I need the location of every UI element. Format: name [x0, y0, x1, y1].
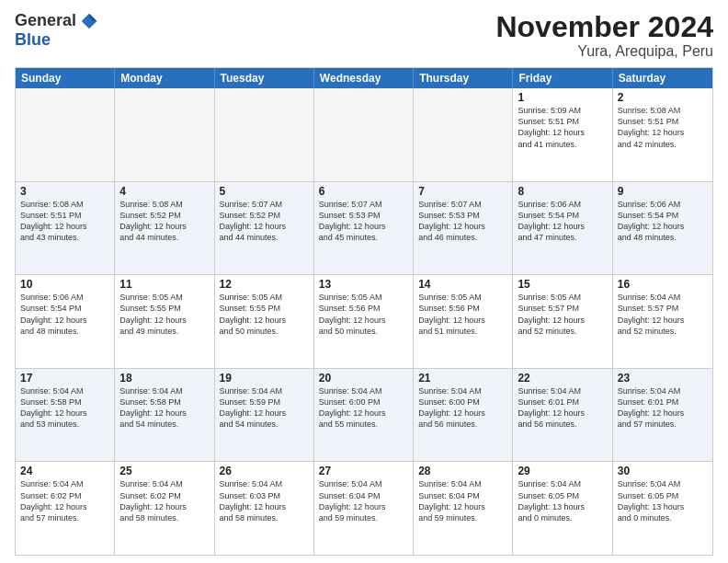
- day-number: 19: [220, 372, 309, 385]
- day-number: 14: [418, 278, 507, 291]
- day-number: 20: [319, 372, 408, 385]
- calendar-header: SundayMondayTuesdayWednesdayThursdayFrid…: [16, 68, 712, 88]
- day-cell-21: 21Sunrise: 5:04 AMSunset: 6:00 PMDayligh…: [414, 369, 513, 462]
- logo-area: General Blue: [15, 11, 98, 50]
- day-number: 12: [220, 278, 309, 291]
- calendar-row-1: 3Sunrise: 5:08 AMSunset: 5:51 PMDaylight…: [16, 182, 712, 276]
- calendar-body: 1Sunrise: 5:09 AMSunset: 5:51 PMDaylight…: [16, 88, 712, 555]
- day-cell-11: 11Sunrise: 5:05 AMSunset: 5:55 PMDayligh…: [115, 275, 214, 368]
- day-cell-12: 12Sunrise: 5:05 AMSunset: 5:55 PMDayligh…: [215, 275, 314, 368]
- day-number: 29: [518, 465, 607, 477]
- cell-info: Sunrise: 5:04 AMSunset: 5:58 PMDaylight:…: [119, 385, 209, 431]
- day-cell-8: 8Sunrise: 5:06 AMSunset: 5:54 PMDaylight…: [513, 182, 612, 275]
- cell-info: Sunrise: 5:04 AMSunset: 6:00 PMDaylight:…: [418, 385, 507, 431]
- logo-text: General: [15, 11, 98, 30]
- cell-info: Sunrise: 5:07 AMSunset: 5:53 PMDaylight:…: [418, 199, 507, 244]
- cell-info: Sunrise: 5:04 AMSunset: 6:02 PMDaylight:…: [20, 478, 109, 523]
- day-number: 5: [220, 185, 309, 198]
- cell-info: Sunrise: 5:06 AMSunset: 5:54 PMDaylight:…: [618, 199, 708, 244]
- cell-info: Sunrise: 5:04 AMSunset: 5:58 PMDaylight:…: [20, 385, 109, 431]
- day-cell-5: 5Sunrise: 5:07 AMSunset: 5:52 PMDaylight…: [215, 182, 314, 275]
- month-title: November 2024: [495, 11, 713, 43]
- header-cell-sunday: Sunday: [16, 68, 115, 88]
- cell-info: Sunrise: 5:09 AMSunset: 5:51 PMDaylight:…: [518, 105, 607, 150]
- day-cell-13: 13Sunrise: 5:05 AMSunset: 5:56 PMDayligh…: [314, 275, 414, 368]
- day-cell-29: 29Sunrise: 5:04 AMSunset: 6:05 PMDayligh…: [513, 462, 612, 555]
- header-cell-tuesday: Tuesday: [215, 68, 314, 88]
- day-number: 27: [319, 465, 408, 477]
- calendar-row-3: 17Sunrise: 5:04 AMSunset: 5:58 PMDayligh…: [16, 369, 712, 463]
- cell-info: Sunrise: 5:05 AMSunset: 5:55 PMDaylight:…: [220, 292, 309, 337]
- logo-general: General: [15, 11, 76, 30]
- cell-info: Sunrise: 5:04 AMSunset: 6:05 PMDaylight:…: [518, 478, 607, 523]
- day-number: 24: [20, 465, 109, 477]
- day-cell-14: 14Sunrise: 5:05 AMSunset: 5:56 PMDayligh…: [414, 275, 513, 368]
- calendar-row-4: 24Sunrise: 5:04 AMSunset: 6:02 PMDayligh…: [16, 462, 712, 555]
- day-cell-2: 2Sunrise: 5:08 AMSunset: 5:51 PMDaylight…: [613, 88, 712, 181]
- day-number: 4: [119, 185, 209, 198]
- day-number: 10: [20, 278, 109, 291]
- day-cell-23: 23Sunrise: 5:04 AMSunset: 6:01 PMDayligh…: [613, 369, 712, 462]
- day-cell-19: 19Sunrise: 5:04 AMSunset: 5:59 PMDayligh…: [215, 369, 314, 462]
- header-cell-wednesday: Wednesday: [314, 68, 414, 88]
- empty-cell: [414, 88, 513, 181]
- cell-info: Sunrise: 5:08 AMSunset: 5:51 PMDaylight:…: [20, 199, 109, 244]
- cell-info: Sunrise: 5:04 AMSunset: 6:02 PMDaylight:…: [119, 478, 209, 523]
- cell-info: Sunrise: 5:05 AMSunset: 5:56 PMDaylight:…: [418, 292, 507, 337]
- day-cell-30: 30Sunrise: 5:04 AMSunset: 6:05 PMDayligh…: [613, 462, 712, 555]
- cell-info: Sunrise: 5:08 AMSunset: 5:51 PMDaylight:…: [618, 105, 708, 150]
- day-number: 28: [418, 465, 507, 477]
- empty-cell: [16, 88, 115, 181]
- empty-cell: [215, 88, 314, 181]
- day-number: 23: [618, 372, 708, 385]
- day-number: 17: [20, 372, 109, 385]
- location-title: Yura, Arequipa, Peru: [495, 43, 713, 60]
- header-cell-monday: Monday: [115, 68, 214, 88]
- day-number: 8: [518, 185, 607, 198]
- cell-info: Sunrise: 5:05 AMSunset: 5:57 PMDaylight:…: [518, 292, 607, 337]
- day-number: 16: [618, 278, 708, 291]
- cell-info: Sunrise: 5:04 AMSunset: 6:01 PMDaylight:…: [618, 385, 708, 431]
- day-cell-4: 4Sunrise: 5:08 AMSunset: 5:52 PMDaylight…: [115, 182, 214, 275]
- day-cell-25: 25Sunrise: 5:04 AMSunset: 6:02 PMDayligh…: [115, 462, 214, 555]
- cell-info: Sunrise: 5:06 AMSunset: 5:54 PMDaylight:…: [20, 292, 109, 337]
- day-number: 11: [119, 278, 209, 291]
- day-number: 2: [618, 91, 708, 104]
- day-cell-24: 24Sunrise: 5:04 AMSunset: 6:02 PMDayligh…: [16, 462, 115, 555]
- header-cell-thursday: Thursday: [414, 68, 513, 88]
- cell-info: Sunrise: 5:04 AMSunset: 6:04 PMDaylight:…: [418, 478, 507, 523]
- day-cell-15: 15Sunrise: 5:05 AMSunset: 5:57 PMDayligh…: [513, 275, 612, 368]
- day-cell-16: 16Sunrise: 5:04 AMSunset: 5:57 PMDayligh…: [613, 275, 712, 368]
- cell-info: Sunrise: 5:04 AMSunset: 6:01 PMDaylight:…: [518, 385, 607, 431]
- day-cell-28: 28Sunrise: 5:04 AMSunset: 6:04 PMDayligh…: [414, 462, 513, 555]
- cell-info: Sunrise: 5:04 AMSunset: 6:05 PMDaylight:…: [618, 478, 708, 523]
- day-number: 30: [618, 465, 708, 477]
- day-cell-6: 6Sunrise: 5:07 AMSunset: 5:53 PMDaylight…: [314, 182, 414, 275]
- day-cell-7: 7Sunrise: 5:07 AMSunset: 5:53 PMDaylight…: [414, 182, 513, 275]
- cell-info: Sunrise: 5:04 AMSunset: 5:59 PMDaylight:…: [220, 385, 309, 431]
- header-cell-saturday: Saturday: [613, 68, 712, 88]
- empty-cell: [314, 88, 414, 181]
- day-cell-1: 1Sunrise: 5:09 AMSunset: 5:51 PMDaylight…: [513, 88, 612, 181]
- day-number: 7: [418, 185, 507, 198]
- title-area: November 2024 Yura, Arequipa, Peru: [495, 11, 713, 60]
- day-cell-18: 18Sunrise: 5:04 AMSunset: 5:58 PMDayligh…: [115, 369, 214, 462]
- cell-info: Sunrise: 5:05 AMSunset: 5:55 PMDaylight:…: [119, 292, 209, 337]
- logo-icon: [80, 12, 98, 30]
- cell-info: Sunrise: 5:04 AMSunset: 5:57 PMDaylight:…: [618, 292, 708, 337]
- day-number: 13: [319, 278, 408, 291]
- day-number: 6: [319, 185, 408, 198]
- day-number: 18: [119, 372, 209, 385]
- header: General Blue November 2024 Yura, Arequip…: [15, 11, 713, 60]
- cell-info: Sunrise: 5:04 AMSunset: 6:04 PMDaylight:…: [319, 478, 408, 523]
- cell-info: Sunrise: 5:04 AMSunset: 6:03 PMDaylight:…: [220, 478, 309, 523]
- cell-info: Sunrise: 5:04 AMSunset: 6:00 PMDaylight:…: [319, 385, 408, 431]
- day-number: 25: [119, 465, 209, 477]
- header-cell-friday: Friday: [513, 68, 612, 88]
- day-number: 9: [618, 185, 708, 198]
- cell-info: Sunrise: 5:05 AMSunset: 5:56 PMDaylight:…: [319, 292, 408, 337]
- cell-info: Sunrise: 5:08 AMSunset: 5:52 PMDaylight:…: [119, 199, 209, 244]
- day-number: 3: [20, 185, 109, 198]
- cell-info: Sunrise: 5:06 AMSunset: 5:54 PMDaylight:…: [518, 199, 607, 244]
- day-number: 15: [518, 278, 607, 291]
